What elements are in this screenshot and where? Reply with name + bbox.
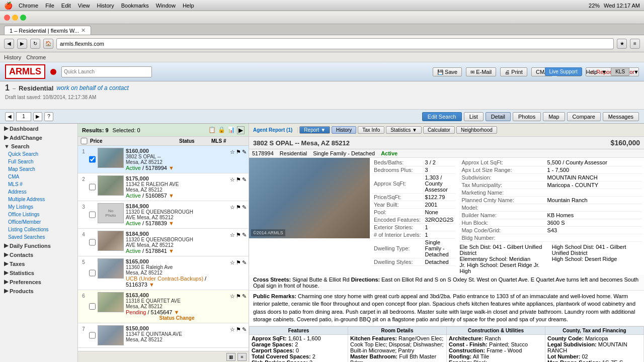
mac-menu-view[interactable]: View xyxy=(78,3,90,9)
detail-button[interactable]: Detail xyxy=(486,112,511,121)
star-icon-4[interactable]: ☆ xyxy=(230,232,235,254)
mac-menu-history[interactable]: History xyxy=(97,3,114,9)
calculator-button[interactable]: Calculator xyxy=(423,126,455,134)
close-window-button[interactable] xyxy=(4,15,10,21)
sidebar-item-my-listings[interactable]: My Listings xyxy=(0,203,77,211)
flag-icon-2[interactable]: ⚑ xyxy=(236,176,241,199)
result-item-6[interactable]: 6 $163,400 11318 E QUARTET AVE Mesa, AZ … xyxy=(78,290,249,323)
results-collapse-button[interactable]: ▶ xyxy=(237,126,245,134)
result-checkbox-6[interactable] xyxy=(89,292,96,321)
mac-menu-bookmarks[interactable]: Bookmarks xyxy=(121,3,149,9)
sidebar-item-multiple-address[interactable]: Multiple Address xyxy=(0,196,77,203)
sidebar-item-full-search[interactable]: Full Search xyxy=(0,158,77,165)
forward-button[interactable]: ▶ xyxy=(17,39,27,49)
sidebar-item-mls[interactable]: MLS # xyxy=(0,180,77,188)
result-checkbox-4[interactable] xyxy=(89,231,96,254)
note-icon-7[interactable]: ✎ xyxy=(242,326,247,345)
star-icon-5[interactable]: ☆ xyxy=(230,259,235,288)
results-tool-icon-2[interactable]: 🔒 xyxy=(218,126,225,134)
results-tool-icon-3[interactable]: 📊 xyxy=(227,126,235,134)
bookmark-button[interactable]: ★ xyxy=(617,39,627,49)
sidebar-item-dashboard[interactable]: ▶ Dashboard xyxy=(0,124,77,133)
sidebar-item-cma[interactable]: CMA xyxy=(0,173,77,180)
flag-icon-5[interactable]: ⚑ xyxy=(236,259,241,288)
result-item-2[interactable]: 2 $175,000 11342 E RALEIGH AVE Mesa, AZ … xyxy=(78,173,249,201)
info-button[interactable]: ? xyxy=(44,112,53,121)
quick-launch-input[interactable] xyxy=(61,66,152,77)
kls-button[interactable]: KLS xyxy=(611,67,629,76)
star-icon-7[interactable]: ☆ xyxy=(230,326,235,345)
list-button[interactable]: List xyxy=(464,112,484,121)
kls-dropdown-icon[interactable]: ▼ xyxy=(633,69,639,75)
history-tab-button[interactable]: History xyxy=(332,126,356,134)
result-checkbox-7[interactable] xyxy=(89,325,96,345)
browser-tab-active[interactable]: 1 – Residential | flexmls W... ✕ xyxy=(4,26,91,35)
maximize-window-button[interactable] xyxy=(20,15,26,21)
mac-menu-edit[interactable]: Edit xyxy=(61,3,71,9)
result-checkbox-1[interactable] xyxy=(89,148,96,171)
sidebar-item-contacts[interactable]: ▶ Contacts xyxy=(0,250,77,259)
sidebar-item-statistics[interactable]: ▶ Statistics xyxy=(0,268,77,277)
sidebar-item-saved-searches[interactable]: Saved Searches xyxy=(0,233,77,241)
result-checkbox-2[interactable] xyxy=(89,175,96,199)
grid-view-button[interactable]: ▦ xyxy=(226,353,235,361)
refresh-button[interactable]: ↻ xyxy=(30,39,40,49)
help-dropdown-icon[interactable]: ▼ xyxy=(601,69,607,75)
mac-menu-chrome[interactable]: Chrome xyxy=(19,3,38,9)
mac-menu-help[interactable]: Help xyxy=(183,3,194,9)
sidebar-item-taxes[interactable]: ▶ Taxes xyxy=(0,259,77,268)
note-icon-4[interactable]: ✎ xyxy=(242,232,247,254)
star-icon-2[interactable]: ☆ xyxy=(230,176,235,199)
note-icon-3[interactable]: ✎ xyxy=(242,204,247,226)
col-mls-header[interactable]: MLS # xyxy=(211,138,247,144)
sidebar-item-address[interactable]: Address xyxy=(0,188,77,196)
browser-tab-close[interactable]: ✕ xyxy=(81,27,86,34)
flag-icon-4[interactable]: ⚑ xyxy=(236,232,241,254)
star-icon-1[interactable]: ☆ xyxy=(230,149,235,171)
sidebar-item-search[interactable]: ▼ Search xyxy=(0,142,77,150)
minimize-window-button[interactable] xyxy=(12,15,18,21)
compare-button[interactable]: Compare xyxy=(567,112,601,121)
map-button[interactable]: Map xyxy=(543,112,565,121)
select-all-checkbox[interactable] xyxy=(80,138,88,144)
star-icon-3[interactable]: ☆ xyxy=(230,204,235,226)
photos-button[interactable]: Photos xyxy=(513,112,541,121)
help-link[interactable]: Help xyxy=(586,69,598,75)
sidebar-item-products[interactable]: ▶ Products xyxy=(0,286,77,295)
result-checkbox-5[interactable] xyxy=(89,258,96,288)
flag-icon-6[interactable]: ⚑ xyxy=(236,293,241,321)
back-button[interactable]: ◀ xyxy=(4,39,14,49)
result-checkbox-3[interactable] xyxy=(89,203,96,226)
sidebar-item-office-listings[interactable]: Office Listings xyxy=(0,211,77,218)
star-icon-6[interactable]: ☆ xyxy=(230,293,235,321)
list-view-button[interactable]: ≡ xyxy=(237,353,247,361)
sidebar-item-map-search[interactable]: Map Search xyxy=(0,165,77,173)
results-tool-icon-1[interactable]: 📋 xyxy=(208,126,216,134)
note-icon-1[interactable]: ✎ xyxy=(242,149,247,171)
col-price-header[interactable]: Price xyxy=(90,138,177,144)
messages-button[interactable]: Messages xyxy=(603,112,639,121)
print-button[interactable]: 🖨 Print xyxy=(500,67,527,76)
sidebar-item-listing-collections[interactable]: Listing Collections xyxy=(0,226,77,233)
tax-info-button[interactable]: Tax Info xyxy=(358,126,384,134)
result-item-1[interactable]: 1 $160,000 3802 S OPAL -- Mesa, AZ 85212… xyxy=(78,146,249,173)
address-bar[interactable] xyxy=(56,38,614,49)
note-icon-5[interactable]: ✎ xyxy=(242,259,247,288)
breadcrumb-contact[interactable]: work on behalf of a contact xyxy=(56,84,128,92)
col-status-header[interactable]: Status xyxy=(179,138,209,144)
flag-icon-3[interactable]: ⚑ xyxy=(236,204,241,226)
prev-result-button[interactable]: ◀ xyxy=(5,112,14,121)
next-result-button[interactable]: ▶ xyxy=(33,112,42,121)
page-number-input[interactable] xyxy=(16,112,31,121)
flag-icon-1[interactable]: ⚑ xyxy=(236,149,241,171)
neighborhood-button[interactable]: Neighborhood xyxy=(456,126,497,134)
sidebar-item-quick-search[interactable]: Quick Search xyxy=(0,150,77,158)
menu-button[interactable]: ≡ xyxy=(630,39,640,49)
result-item-3[interactable]: 3 NoPhoto $184,900 11320 E QUEENSBOROUGH… xyxy=(78,201,249,229)
mac-menu-window[interactable]: Window xyxy=(156,3,176,9)
note-icon-6[interactable]: ✎ xyxy=(242,293,247,321)
sidebar-item-preferences[interactable]: ▶ Preferences xyxy=(0,277,77,286)
sidebar-item-add-change[interactable]: ▶ Add/Change xyxy=(0,133,77,142)
bookmark-chrome[interactable]: Chrome xyxy=(26,54,46,60)
result-item-7[interactable]: 7 $150,000 11347 E QUINTANA AVE Mesa, AZ… xyxy=(78,323,249,348)
